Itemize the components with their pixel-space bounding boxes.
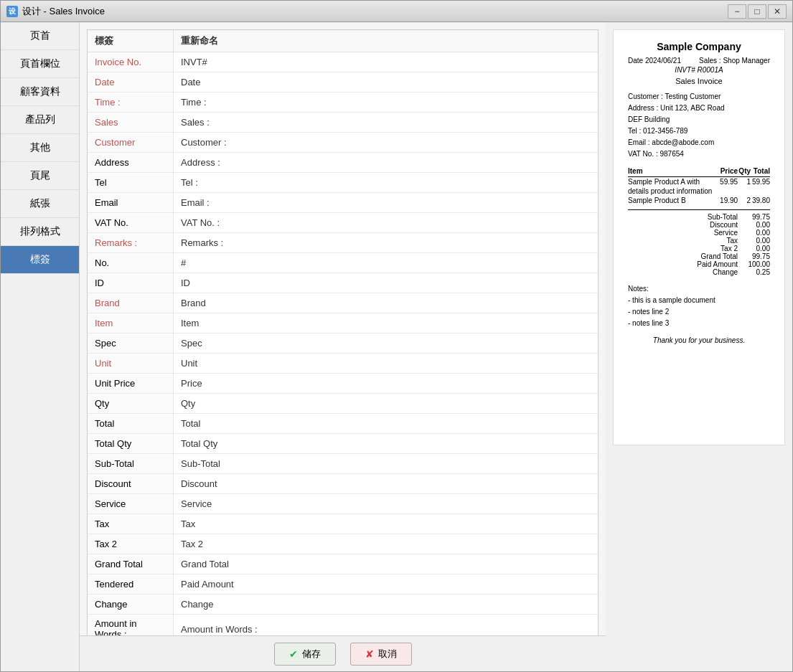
form-row-input[interactable] (181, 438, 591, 449)
minimize-button[interactable]: − (728, 4, 746, 19)
sidebar-item-customer-info[interactable]: 顧客資料 (1, 78, 79, 106)
form-row-input[interactable] (181, 599, 591, 610)
form-row-input[interactable] (181, 559, 591, 569)
form-row-value[interactable] (174, 273, 598, 293)
maximize-button[interactable]: □ (748, 4, 766, 19)
receipt-info: Customer : Testing CustomerAddress : Uni… (628, 91, 770, 160)
form-row-value[interactable] (174, 374, 598, 393)
form-row-label: Remarks : (88, 233, 174, 252)
form-row-value[interactable] (174, 514, 598, 534)
form-row-input[interactable] (181, 458, 591, 469)
form-row-value[interactable] (174, 253, 598, 273)
cancel-button[interactable]: ✘ 取消 (350, 643, 412, 666)
receipt-total-value: 0.00 (745, 237, 770, 245)
form-row-input[interactable] (181, 57, 591, 67)
receipt-total-label: Paid Amount (680, 260, 738, 268)
form-row-input[interactable] (181, 358, 591, 369)
form-row-value[interactable] (174, 93, 598, 112)
form-row-value[interactable] (174, 213, 598, 232)
form-row-input[interactable] (181, 97, 591, 108)
form-row: Tel (88, 173, 598, 193)
form-row-input[interactable] (181, 624, 591, 635)
form-row-value[interactable] (174, 333, 598, 353)
form-row-value[interactable] (174, 534, 598, 554)
form-row-value[interactable] (174, 554, 598, 574)
form-row-label: Sub-Total (88, 454, 174, 473)
form-row-input[interactable] (181, 77, 591, 87)
form-row-value[interactable] (174, 414, 598, 433)
form-row-label: Item (88, 313, 174, 333)
receipt-meta: Date 2024/06/21 Sales : Shop Manager (628, 57, 770, 65)
sidebar-item-page-top[interactable]: 页首 (1, 22, 79, 50)
form-row-input[interactable] (181, 278, 591, 288)
form-row-input[interactable] (181, 338, 591, 349)
form-row-input[interactable] (181, 298, 591, 308)
sidebar-item-labels[interactable]: 標簽 (1, 246, 79, 274)
form-row: Change (88, 595, 598, 615)
sidebar-item-page-footer[interactable]: 頁尾 (1, 162, 79, 190)
receipt-total-row: Paid Amount100.00 (628, 260, 770, 268)
form-row-value[interactable] (174, 574, 598, 594)
receipt-total-row: Tax 20.00 (628, 245, 770, 252)
receipt-sales: Sales : Shop Manager (699, 57, 770, 65)
receipt-total-value: 0.00 (745, 221, 770, 229)
col-item: Item (628, 166, 718, 177)
form-row-input[interactable] (181, 539, 591, 549)
form-row-input[interactable] (181, 418, 591, 429)
form-row-value[interactable] (174, 615, 598, 635)
sidebar-item-product-list[interactable]: 產品列 (1, 106, 79, 134)
form-row-input[interactable] (181, 498, 591, 509)
form-row-input[interactable] (181, 217, 591, 228)
form-row-input[interactable] (181, 318, 591, 328)
form-row-label: Grand Total (88, 554, 174, 574)
form-row-value[interactable] (174, 153, 598, 172)
form-row-value[interactable] (174, 313, 598, 333)
sidebar-item-paper[interactable]: 紙張 (1, 190, 79, 218)
sidebar-item-other[interactable]: 其他 (1, 134, 79, 162)
form-row-value[interactable] (174, 434, 598, 453)
receipt-total-value: 0.00 (745, 229, 770, 237)
form-row-value[interactable] (174, 193, 598, 212)
form-row-input[interactable] (181, 378, 591, 389)
form-row-input[interactable] (181, 117, 591, 128)
form-row-value[interactable] (174, 354, 598, 373)
form-row-value[interactable] (174, 233, 598, 252)
window-controls: − □ ✕ (728, 4, 787, 19)
form-row-input[interactable] (181, 579, 591, 590)
form-row-value[interactable] (174, 133, 598, 152)
form-row-input[interactable] (181, 519, 591, 529)
form-row-value[interactable] (174, 474, 598, 493)
form-row-label: Customer (88, 133, 174, 152)
receipt-table-cell: 19.90 (718, 196, 738, 205)
form-row-input[interactable] (181, 137, 591, 148)
form-row-input[interactable] (181, 257, 591, 268)
form-row-value[interactable] (174, 595, 598, 614)
sidebar-item-page-header-pos[interactable]: 頁首欄位 (1, 50, 79, 78)
sidebar-item-sort-format[interactable]: 排列格式 (1, 218, 79, 246)
form-row-label: No. (88, 253, 174, 273)
form-row-value[interactable] (174, 113, 598, 132)
form-row-value[interactable] (174, 394, 598, 413)
close-button[interactable]: ✕ (768, 4, 787, 19)
form-row-input[interactable] (181, 157, 591, 168)
save-button[interactable]: ✔ 储存 (274, 643, 336, 666)
receipt-note-line: - this is a sample document (628, 295, 770, 306)
form-row-input[interactable] (181, 197, 591, 208)
form-row-input[interactable] (181, 177, 591, 188)
form-row-value[interactable] (174, 454, 598, 473)
form-row-input[interactable] (181, 398, 591, 409)
form-row-input[interactable] (181, 237, 591, 248)
form-row-value[interactable] (174, 72, 598, 92)
save-label: 储存 (302, 648, 321, 661)
form-row-value[interactable] (174, 52, 598, 72)
form-row-label: Discount (88, 474, 174, 493)
receipt-info-line: VAT No. : 987654 (628, 148, 770, 160)
receipt-total-row: Sub-Total99.75 (628, 213, 770, 221)
form-row-value[interactable] (174, 173, 598, 192)
form-row-value[interactable] (174, 494, 598, 514)
form-row-input[interactable] (181, 478, 591, 489)
form-row-label: Email (88, 193, 174, 212)
receipt-totals: Sub-Total99.75Discount0.00Service0.00Tax… (628, 213, 770, 276)
header-label-col: 標簽 (88, 30, 174, 52)
form-row-value[interactable] (174, 293, 598, 313)
